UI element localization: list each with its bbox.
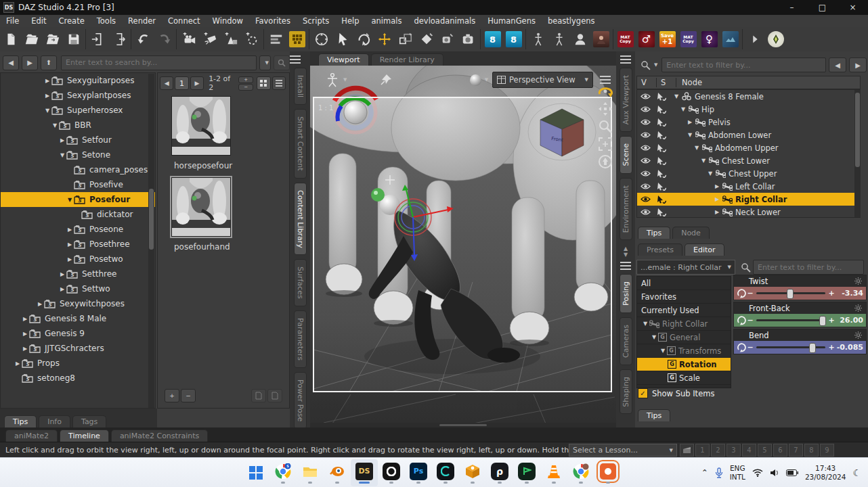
paste-file-button[interactable] bbox=[267, 389, 282, 402]
tree-item-setoneg8[interactable]: Ssetoneg8 bbox=[1, 371, 155, 386]
tree-item-posethree[interactable]: ▶SPosethree bbox=[1, 237, 155, 252]
pin-icon[interactable] bbox=[379, 73, 393, 87]
tree-item-jjtgschracters[interactable]: ▶SJJTGSchracters bbox=[1, 341, 155, 356]
tree-expand-arrow[interactable]: ▼ bbox=[51, 122, 59, 129]
toolbar-active-pose-tool-button[interactable] bbox=[311, 29, 332, 49]
side-tab-content-library[interactable]: Content Library bbox=[294, 183, 307, 256]
lesson-number-button[interactable]: 6 bbox=[773, 444, 787, 457]
tree-expand-arrow[interactable]: ▼ bbox=[58, 152, 66, 158]
tab-presets[interactable]: Presets bbox=[638, 244, 682, 256]
tab-animate2[interactable]: aniMate2 bbox=[5, 430, 58, 442]
side-tab-parameters[interactable]: Parameters bbox=[294, 310, 307, 368]
scene-filter-input[interactable] bbox=[661, 57, 826, 72]
pane-menu-icon[interactable] bbox=[620, 55, 631, 64]
menu-scripts[interactable]: Scripts bbox=[297, 15, 335, 27]
toolbar-export-button[interactable] bbox=[108, 29, 129, 49]
visibility-eye-icon[interactable] bbox=[637, 157, 653, 164]
increment-button[interactable]: + bbox=[828, 343, 835, 352]
tab-tags[interactable]: Tags bbox=[72, 415, 106, 427]
selectable-cursor-icon[interactable] bbox=[653, 195, 670, 204]
toolbar-save-pose-plus-button[interactable]: Save+1 bbox=[657, 29, 678, 49]
wifi-icon[interactable] bbox=[752, 469, 763, 477]
size-increase-button[interactable]: + bbox=[238, 76, 253, 83]
menu-beastlygens[interactable]: beastlygens bbox=[542, 15, 601, 27]
taskbar-photoshop-icon[interactable]: Ps bbox=[405, 459, 432, 486]
taskbar-blender-icon[interactable] bbox=[324, 459, 351, 486]
scene-scrollbar[interactable] bbox=[854, 90, 861, 217]
node-expand-arrow[interactable]: ▼ bbox=[686, 132, 694, 138]
param-group-rotation[interactable]: GRotation bbox=[637, 358, 731, 371]
slider-handle[interactable] bbox=[787, 289, 794, 299]
filter-back-button[interactable]: ◀ bbox=[829, 57, 846, 72]
side-tab-install[interactable]: Install bbox=[294, 68, 307, 105]
toolbar-aniblock-8-a-button[interactable]: 8 bbox=[482, 29, 503, 49]
add-item-button[interactable]: + bbox=[165, 389, 179, 402]
search-options-dropdown[interactable]: ▼ bbox=[259, 55, 271, 70]
posing-filter-input[interactable] bbox=[753, 260, 864, 275]
show-sub-items-row[interactable]: ✓ Show Sub Items bbox=[638, 388, 714, 398]
toolbar-create-primitive-button[interactable] bbox=[220, 29, 241, 49]
tree-expand-arrow[interactable]: ▼ bbox=[66, 197, 74, 203]
back-button[interactable]: ◀ bbox=[3, 55, 19, 70]
search-go-button[interactable] bbox=[274, 55, 290, 70]
param-group-general[interactable]: ▼GGeneral bbox=[637, 331, 731, 344]
maximize-button[interactable]: □ bbox=[807, 0, 838, 15]
tree-expand-arrow[interactable]: ▶ bbox=[43, 78, 51, 84]
filter-search-icon[interactable] bbox=[641, 60, 651, 70]
tab-tips[interactable]: Tips bbox=[4, 415, 37, 427]
tree-expand-arrow[interactable]: ▶ bbox=[21, 346, 29, 352]
tree-expand-arrow[interactable]: ▶ bbox=[58, 137, 66, 143]
scene-node-abdomen-upper[interactable]: ▼Abdomen Upper bbox=[637, 141, 860, 154]
taskbar-start-icon[interactable] bbox=[242, 459, 269, 486]
side-tab-power-pose[interactable]: Power Pose bbox=[294, 372, 307, 429]
toolbar-new-file-button[interactable] bbox=[0, 29, 21, 49]
toolbar-open-file-button[interactable] bbox=[21, 29, 42, 49]
toolbar-redo-button[interactable] bbox=[154, 29, 175, 49]
scene-node-chest-lower[interactable]: ▼Chest Lower bbox=[637, 154, 860, 167]
list-view-button[interactable] bbox=[272, 76, 286, 90]
tree-expand-arrow[interactable]: ▶ bbox=[21, 331, 29, 337]
toolbar-create-null-button[interactable] bbox=[241, 29, 262, 49]
scene-column-s[interactable]: S bbox=[657, 78, 676, 87]
selectable-cursor-icon[interactable] bbox=[653, 106, 670, 114]
toolbar-figure-a-button[interactable] bbox=[527, 29, 548, 49]
scene-column-v[interactable]: V bbox=[637, 78, 657, 87]
scene-node-pelvis[interactable]: ▶Pelvis bbox=[637, 116, 860, 129]
tree-expand-arrow[interactable]: ▶ bbox=[36, 301, 44, 307]
page-number[interactable]: 1 bbox=[175, 76, 188, 90]
pane-menu-icon[interactable] bbox=[290, 55, 301, 64]
strip-scroll-arrows[interactable]: ▲▼ bbox=[616, 246, 635, 258]
prev-page-button[interactable]: ◀ bbox=[160, 76, 173, 90]
tree-item-posefive[interactable]: SPosefive bbox=[1, 177, 155, 192]
slider-track[interactable] bbox=[756, 346, 825, 348]
visibility-eye-icon[interactable] bbox=[637, 106, 653, 113]
show-sub-items-checkbox[interactable]: ✓ bbox=[638, 388, 648, 398]
lesson-selector-dropdown[interactable]: Select a Lesson...▼ bbox=[569, 444, 677, 457]
scene-node-hip[interactable]: ▼Hip bbox=[637, 103, 860, 116]
clock-indicator[interactable]: 17:4323/08/2024 bbox=[805, 464, 846, 481]
node-expand-arrow[interactable]: ▼ bbox=[699, 158, 708, 164]
param-group-transforms[interactable]: ▼GTransforms bbox=[637, 344, 731, 358]
scene-node-abdomen-lower[interactable]: ▼Abdomen Lower bbox=[637, 129, 860, 141]
decrement-button[interactable]: − bbox=[747, 343, 754, 352]
slider-track[interactable] bbox=[756, 319, 825, 321]
lesson-number-button[interactable]: 2 bbox=[711, 444, 725, 457]
shading-dropdown-arrow[interactable]: ▼ bbox=[485, 77, 488, 83]
node-expand-arrow[interactable]: ▼ bbox=[693, 145, 701, 151]
node-expand-arrow[interactable]: ▼ bbox=[672, 93, 680, 99]
viewport-scroll-strip[interactable] bbox=[310, 423, 616, 427]
visibility-eye-icon[interactable] bbox=[637, 170, 653, 177]
selectable-cursor-icon[interactable] bbox=[653, 144, 670, 152]
tray-chevron-icon[interactable]: ⌃ bbox=[701, 468, 708, 478]
taskbar-chrome-work-icon[interactable] bbox=[567, 459, 594, 486]
param-group-scale[interactable]: GScale bbox=[637, 371, 731, 385]
selectable-cursor-icon[interactable] bbox=[653, 183, 670, 191]
taskbar-plant-app-icon[interactable] bbox=[513, 459, 540, 486]
side-tab-environment[interactable]: Environment bbox=[620, 178, 632, 240]
increment-button[interactable]: + bbox=[828, 316, 835, 325]
tab-info[interactable]: Info bbox=[39, 415, 70, 427]
tree-expand-arrow[interactable]: ▶ bbox=[66, 227, 74, 233]
toolbar-create-camera-button[interactable] bbox=[178, 29, 199, 49]
slider-handle[interactable] bbox=[809, 343, 816, 353]
microphone-icon[interactable] bbox=[715, 467, 723, 478]
